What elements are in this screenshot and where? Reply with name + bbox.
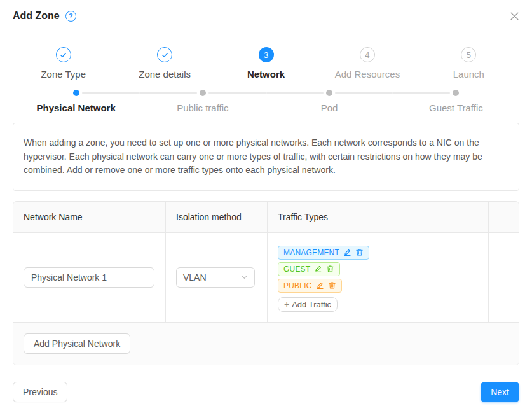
column-header-traffic-types: Traffic Types: [267, 202, 488, 232]
wizard-step-label: Network: [215, 69, 317, 80]
network-substep: Pod: [266, 90, 393, 113]
step-number: 4: [365, 50, 369, 60]
isolation-method-select[interactable]: VLAN: [176, 267, 255, 288]
wizard-footer: Previous Next: [13, 382, 519, 402]
network-substep-label: Physical Network: [13, 102, 139, 113]
chevron-down-icon: [241, 274, 248, 281]
substep-connector-line: [266, 92, 324, 94]
check-icon: [161, 51, 169, 59]
step-connector-line: [76, 55, 114, 55]
traffic-type-tag: GUEST: [278, 262, 340, 276]
add-physical-network-button[interactable]: Add Physical Network: [24, 333, 130, 354]
substep-dot-icon: [326, 90, 332, 96]
network-name-input[interactable]: [24, 267, 154, 288]
edit-icon[interactable]: [343, 248, 351, 256]
modal-header: Add Zone ?: [0, 0, 532, 32]
step-connector-line: [317, 55, 355, 55]
wizard-step: 4 Add Resources: [317, 46, 418, 80]
wizard-steps: 1 Zone Type 2 Zone details 3 Network: [13, 32, 519, 80]
network-substep: Public traffic: [139, 90, 266, 113]
step-number: 5: [467, 50, 471, 60]
wizard-step: 1 Zone Type: [13, 46, 114, 80]
network-substep: Physical Network: [13, 90, 139, 113]
substep-connector-line: [393, 92, 451, 94]
delete-icon[interactable]: [326, 265, 334, 273]
modal-title: Add Zone: [13, 10, 60, 22]
step-connector-line: [279, 55, 317, 55]
step-circle: 5: [461, 47, 476, 62]
info-box: When adding a zone, you need to set up o…: [13, 123, 519, 191]
delete-icon[interactable]: [328, 281, 336, 290]
step-connector-line: [418, 55, 456, 55]
step-circle: 3: [259, 47, 274, 62]
row-actions-cell: [488, 233, 519, 322]
network-substep-label: Pod: [266, 102, 393, 113]
plus-icon: +: [284, 299, 289, 309]
wizard-step-label: Launch: [418, 69, 519, 80]
substep-dot-icon: [200, 90, 206, 96]
substep-dot-icon: [453, 90, 459, 96]
step-connector-line: [215, 55, 254, 55]
substep-dot-icon: [73, 90, 79, 96]
network-name-cell: [13, 233, 165, 322]
wizard-step: 5 Launch: [418, 46, 519, 80]
delete-icon[interactable]: [355, 248, 364, 256]
column-header-isolation-method: Isolation method: [165, 202, 267, 232]
wizard-step-label: Zone Type: [13, 69, 114, 80]
network-substeps: Physical Network Public traffic Pod Gues…: [13, 90, 519, 113]
traffic-type-tag: PUBLIC: [278, 279, 342, 293]
network-substep-label: Guest Traffic: [393, 102, 519, 113]
step-connector-line: [114, 55, 152, 55]
isolation-method-cell: VLAN: [165, 233, 267, 322]
info-text: When adding a zone, you need to set up o…: [24, 137, 482, 175]
help-icon[interactable]: ?: [65, 11, 76, 22]
step-circle: 1: [56, 47, 71, 62]
column-header-network-name: Network Name: [13, 202, 165, 232]
traffic-type-label: GUEST: [283, 265, 310, 274]
step-number: 3: [264, 50, 268, 60]
check-icon: [59, 51, 67, 59]
step-circle: 4: [360, 47, 375, 62]
wizard-step: 3 Network: [215, 46, 317, 80]
table-header-row: Network Name Isolation method Traffic Ty…: [13, 202, 519, 233]
traffic-type-label: PUBLIC: [283, 281, 312, 290]
substep-connector-line: [82, 92, 140, 94]
previous-button[interactable]: Previous: [13, 382, 67, 402]
wizard-step-label: Zone details: [114, 69, 215, 80]
footer-spacer: [67, 382, 481, 402]
substep-connector-line: [139, 92, 197, 94]
network-substep: Guest Traffic: [393, 90, 519, 113]
step-connector-line: [177, 55, 215, 55]
traffic-types-cell: MANAGEMENT GUEST PUBLIC + Add Traffic: [267, 233, 488, 322]
network-substep-label: Public traffic: [139, 102, 266, 113]
close-icon[interactable]: [510, 11, 519, 21]
wizard-step: 2 Zone details: [114, 46, 215, 80]
add-traffic-label: Add Traffic: [292, 300, 331, 309]
add-zone-modal: Add Zone ? 1 Zone Type 2 Zone details: [0, 0, 532, 413]
column-header-actions: [488, 202, 519, 232]
traffic-type-tag: MANAGEMENT: [278, 246, 369, 260]
table-row: VLAN MANAGEMENT GUEST: [13, 233, 519, 322]
edit-icon[interactable]: [314, 265, 322, 273]
physical-network-table: Network Name Isolation method Traffic Ty…: [13, 201, 519, 365]
edit-icon[interactable]: [316, 281, 324, 290]
isolation-method-value: VLAN: [183, 272, 207, 283]
table-footer: Add Physical Network: [13, 322, 519, 365]
wizard-step-label: Add Resources: [317, 69, 418, 80]
traffic-type-label: MANAGEMENT: [283, 248, 339, 257]
step-circle: 2: [157, 47, 172, 62]
step-connector-line: [380, 55, 418, 55]
next-button[interactable]: Next: [481, 382, 519, 402]
substep-connector-line: [208, 92, 266, 94]
add-traffic-button[interactable]: + Add Traffic: [278, 297, 338, 312]
substep-connector-line: [335, 92, 393, 94]
